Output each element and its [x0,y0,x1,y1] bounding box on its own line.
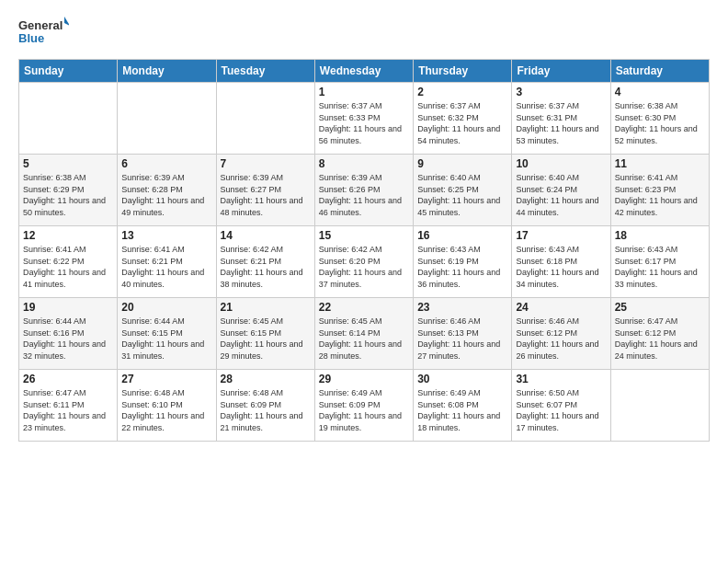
day-number: 25 [615,301,705,314]
calendar-cell: 22 Sunrise: 6:45 AMSunset: 6:14 PMDaylig… [314,298,413,370]
day-number: 20 [121,301,211,314]
calendar-week-4: 19 Sunrise: 6:44 AMSunset: 6:16 PMDaylig… [19,298,710,370]
calendar-cell: 26 Sunrise: 6:47 AMSunset: 6:11 PMDaylig… [19,370,118,442]
day-info: Sunrise: 6:48 AMSunset: 6:09 PMDaylight:… [221,388,303,432]
day-info: Sunrise: 6:44 AMSunset: 6:16 PMDaylight:… [23,316,106,361]
calendar-cell: 30 Sunrise: 6:49 AMSunset: 6:08 PMDaylig… [414,370,512,442]
day-number: 27 [121,373,211,385]
day-number: 2 [417,86,507,98]
day-number: 16 [417,229,507,242]
calendar-cell: 31 Sunrise: 6:50 AMSunset: 6:07 PMDaylig… [512,370,610,442]
calendar-cell: 16 Sunrise: 6:43 AMSunset: 6:19 PMDaylig… [414,226,512,298]
day-number: 21 [221,301,311,314]
day-info: Sunrise: 6:37 AMSunset: 6:31 PMDaylight:… [516,101,598,145]
col-header-thursday: Thursday [414,60,512,83]
day-number: 3 [516,86,606,98]
calendar-cell [216,83,314,155]
day-info: Sunrise: 6:37 AMSunset: 6:33 PMDaylight:… [319,101,402,145]
day-number: 4 [615,86,705,98]
calendar-cell: 12 Sunrise: 6:41 AMSunset: 6:22 PMDaylig… [19,226,118,298]
day-info: Sunrise: 6:40 AMSunset: 6:25 PMDaylight:… [417,173,500,217]
day-number: 7 [221,157,311,170]
day-number: 28 [221,373,311,385]
calendar-table: SundayMondayTuesdayWednesdayThursdayFrid… [18,59,710,442]
day-info: Sunrise: 6:40 AMSunset: 6:24 PMDaylight:… [516,173,598,217]
day-info: Sunrise: 6:43 AMSunset: 6:19 PMDaylight:… [417,245,500,289]
calendar-cell: 14 Sunrise: 6:42 AMSunset: 6:21 PMDaylig… [216,226,314,298]
day-info: Sunrise: 6:39 AMSunset: 6:28 PMDaylight:… [121,173,204,217]
day-number: 6 [121,157,211,170]
day-info: Sunrise: 6:42 AMSunset: 6:21 PMDaylight:… [221,245,303,289]
day-info: Sunrise: 6:38 AMSunset: 6:29 PMDaylight:… [23,173,106,217]
day-info: Sunrise: 6:42 AMSunset: 6:20 PMDaylight:… [319,245,402,289]
day-number: 19 [23,301,113,314]
calendar-week-3: 12 Sunrise: 6:41 AMSunset: 6:22 PMDaylig… [19,226,710,298]
day-info: Sunrise: 6:45 AMSunset: 6:15 PMDaylight:… [221,316,303,361]
svg-marker-2 [64,17,69,26]
calendar-cell: 27 Sunrise: 6:48 AMSunset: 6:10 PMDaylig… [118,370,216,442]
day-info: Sunrise: 6:39 AMSunset: 6:27 PMDaylight:… [221,173,303,217]
day-number: 8 [319,157,409,170]
col-header-wednesday: Wednesday [314,60,413,83]
day-info: Sunrise: 6:37 AMSunset: 6:32 PMDaylight:… [417,101,500,145]
day-number: 22 [319,301,409,314]
calendar-cell: 24 Sunrise: 6:46 AMSunset: 6:12 PMDaylig… [512,298,610,370]
calendar-week-2: 5 Sunrise: 6:38 AMSunset: 6:29 PMDayligh… [19,155,710,226]
day-number: 26 [23,373,113,385]
col-header-saturday: Saturday [610,60,709,83]
calendar-cell: 28 Sunrise: 6:48 AMSunset: 6:09 PMDaylig… [216,370,314,442]
day-number: 13 [121,229,211,242]
calendar-header-row: SundayMondayTuesdayWednesdayThursdayFrid… [19,60,710,83]
day-number: 31 [516,373,606,385]
day-info: Sunrise: 6:43 AMSunset: 6:17 PMDaylight:… [615,245,698,289]
calendar-cell: 7 Sunrise: 6:39 AMSunset: 6:27 PMDayligh… [216,155,314,226]
calendar-cell: 20 Sunrise: 6:44 AMSunset: 6:15 PMDaylig… [118,298,216,370]
calendar-week-5: 26 Sunrise: 6:47 AMSunset: 6:11 PMDaylig… [19,370,710,442]
day-number: 1 [319,86,409,98]
calendar-cell: 1 Sunrise: 6:37 AMSunset: 6:33 PMDayligh… [314,83,413,155]
day-info: Sunrise: 6:50 AMSunset: 6:07 PMDaylight:… [516,388,598,432]
day-info: Sunrise: 6:46 AMSunset: 6:12 PMDaylight:… [516,316,598,361]
calendar-cell: 29 Sunrise: 6:49 AMSunset: 6:09 PMDaylig… [314,370,413,442]
page-header: General Blue [18,15,710,50]
svg-text:Blue: Blue [18,31,44,45]
calendar-cell: 3 Sunrise: 6:37 AMSunset: 6:31 PMDayligh… [512,83,610,155]
calendar-cell: 6 Sunrise: 6:39 AMSunset: 6:28 PMDayligh… [118,155,216,226]
day-info: Sunrise: 6:49 AMSunset: 6:09 PMDaylight:… [319,388,402,432]
day-number: 23 [417,301,507,314]
day-info: Sunrise: 6:44 AMSunset: 6:15 PMDaylight:… [121,316,204,361]
day-info: Sunrise: 6:41 AMSunset: 6:21 PMDaylight:… [121,245,204,289]
day-number: 10 [516,157,606,170]
day-number: 14 [221,229,311,242]
day-number: 30 [417,373,507,385]
col-header-sunday: Sunday [19,60,118,83]
day-info: Sunrise: 6:49 AMSunset: 6:08 PMDaylight:… [417,388,500,432]
day-number: 24 [516,301,606,314]
day-number: 18 [615,229,705,242]
day-info: Sunrise: 6:47 AMSunset: 6:12 PMDaylight:… [615,316,698,361]
calendar-cell: 15 Sunrise: 6:42 AMSunset: 6:20 PMDaylig… [314,226,413,298]
calendar-cell: 5 Sunrise: 6:38 AMSunset: 6:29 PMDayligh… [19,155,118,226]
calendar-cell: 18 Sunrise: 6:43 AMSunset: 6:17 PMDaylig… [610,226,709,298]
calendar-cell: 11 Sunrise: 6:41 AMSunset: 6:23 PMDaylig… [610,155,709,226]
day-info: Sunrise: 6:45 AMSunset: 6:14 PMDaylight:… [319,316,402,361]
calendar-cell: 10 Sunrise: 6:40 AMSunset: 6:24 PMDaylig… [512,155,610,226]
calendar-cell: 13 Sunrise: 6:41 AMSunset: 6:21 PMDaylig… [118,226,216,298]
day-number: 11 [615,157,705,170]
day-info: Sunrise: 6:46 AMSunset: 6:13 PMDaylight:… [417,316,500,361]
day-info: Sunrise: 6:39 AMSunset: 6:26 PMDaylight:… [319,173,402,217]
svg-text:General: General [18,18,63,32]
day-number: 17 [516,229,606,242]
calendar-week-1: 1 Sunrise: 6:37 AMSunset: 6:33 PMDayligh… [19,83,710,155]
calendar-cell [610,370,709,442]
calendar-cell: 9 Sunrise: 6:40 AMSunset: 6:25 PMDayligh… [414,155,512,226]
calendar-cell: 21 Sunrise: 6:45 AMSunset: 6:15 PMDaylig… [216,298,314,370]
calendar-cell: 4 Sunrise: 6:38 AMSunset: 6:30 PMDayligh… [610,83,709,155]
calendar-cell [19,83,118,155]
col-header-friday: Friday [512,60,610,83]
day-number: 5 [23,157,113,170]
calendar-cell: 23 Sunrise: 6:46 AMSunset: 6:13 PMDaylig… [414,298,512,370]
calendar-cell: 19 Sunrise: 6:44 AMSunset: 6:16 PMDaylig… [19,298,118,370]
calendar-cell: 2 Sunrise: 6:37 AMSunset: 6:32 PMDayligh… [414,83,512,155]
calendar-cell [118,83,216,155]
